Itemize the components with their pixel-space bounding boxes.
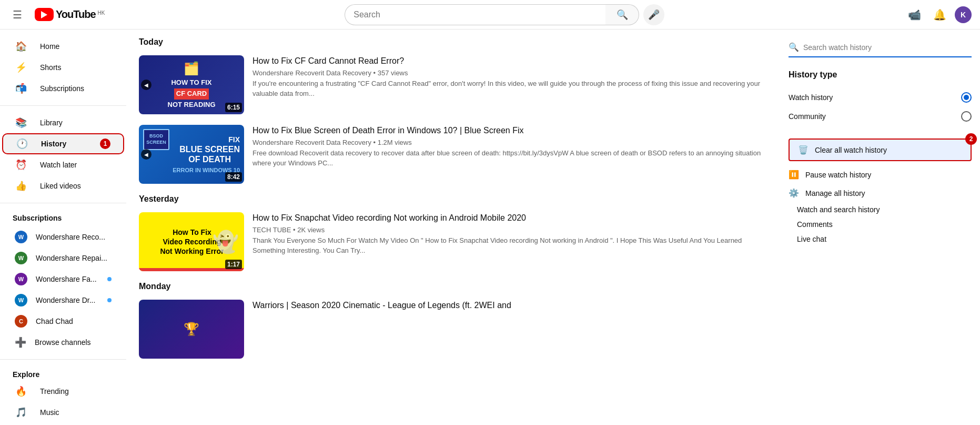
history-type-title: History type [789, 70, 972, 80]
sidebar-item-shorts[interactable]: ⚡ Shorts [2, 57, 124, 78]
video-duration: 8:42 [225, 172, 242, 182]
sidebar-item-label: Watch later [40, 161, 77, 169]
thumb-bg: 🏆 [139, 300, 244, 359]
video-channel: Wondershare Recoverit Data Recovery • 35… [252, 69, 767, 77]
pause-icon: ⏸️ [789, 170, 799, 180]
thumb-line2: CF CARD [174, 88, 209, 100]
subscription-wondershare-reco[interactable]: W Wondershare Reco... [2, 226, 124, 248]
day-label-yesterday: Yesterday [139, 194, 767, 204]
sub-avatar: W [15, 273, 27, 285]
sidebar-item-home[interactable]: 🏠 Home [2, 36, 124, 57]
sidebar-item-watch-later[interactable]: ⏰ Watch later [2, 154, 124, 175]
watch-later-icon: ⏰ [15, 159, 27, 171]
sidebar-item-library[interactable]: 📚 Library [2, 112, 124, 133]
thumb-icon: 🏆 [184, 321, 199, 337]
create-button[interactable]: 📹 [904, 4, 925, 25]
topbar: ☰ YouTubeHK 🔍 🎤 📹 🔔 K [0, 0, 980, 29]
topbar-center: 🔍 🎤 [315, 4, 694, 25]
view-count: 1.2M views [378, 139, 412, 146]
video-thumbnail[interactable]: FIX BLUE SCREENOF DEATH ERROR IN WINDOWS… [139, 125, 244, 184]
video-item-snapchat: How To Fix Video Recording Not Working E… [139, 212, 767, 271]
logo-text: YouTube [56, 8, 96, 21]
badge-2: 2 [965, 133, 977, 145]
sub-label: Wondershare Repai... [36, 254, 107, 262]
video-thumbnail[interactable]: 🗂️ HOW TO FIX CF CARD NOT READING 6:15 ◀ [139, 55, 244, 114]
video-duration: 6:15 [225, 103, 242, 112]
sidebar: 🏠 Home ⚡ Shorts 📬 Subscriptions 📚 Librar… [0, 29, 126, 396]
sidebar-item-liked-videos[interactable]: 👍 Liked videos [2, 175, 124, 196]
subscription-chad-chad[interactable]: C Chad Chad [2, 311, 124, 332]
hamburger-menu[interactable]: ☰ [8, 4, 26, 25]
radio-group: Watch history Community [789, 88, 972, 126]
subscription-wondershare-dr[interactable]: W Wondershare Dr... [2, 290, 124, 311]
view-count: 2K views [297, 226, 325, 234]
sub-avatar: W [15, 294, 27, 307]
video-item-warriors: 🏆 Warriors | Season 2020 Cinematic - Lea… [139, 300, 767, 359]
browse-channels-label: Browse channels [35, 338, 91, 347]
sidebar-item-label: Shorts [40, 63, 61, 72]
notifications-button[interactable]: 🔔 [930, 4, 951, 25]
manage-title: Manage all history [805, 189, 865, 197]
video-thumbnail[interactable]: 🏆 [139, 300, 244, 359]
sidebar-item-label: Trending [40, 387, 69, 396]
sidebar-item-label: History [41, 140, 66, 148]
video-description: If you're encountering a frustrating "CF… [252, 79, 767, 98]
view-count: 357 views [378, 69, 408, 77]
logo-region: HK [98, 10, 105, 16]
shorts-icon: ⚡ [15, 62, 27, 73]
sidebar-item-label: Library [40, 118, 63, 127]
topbar-left: ☰ YouTubeHK [8, 4, 105, 25]
sidebar-divider-3 [0, 359, 126, 360]
thumb-line1: FIX [228, 135, 240, 144]
sidebar-item-label: Home [40, 42, 59, 51]
sidebar-item-subscriptions[interactable]: 📬 Subscriptions [2, 78, 124, 99]
search-history-input[interactable] [803, 43, 972, 52]
mic-button[interactable]: 🎤 [643, 4, 664, 25]
day-label-today: Today [139, 37, 767, 47]
manage-all-history-button[interactable]: ⚙️ Manage all history [789, 184, 972, 202]
snapchat-ghost: 👻 [213, 228, 239, 255]
video-title[interactable]: How to Fix Blue Screen of Death Error in… [252, 125, 767, 136]
logo-icon [35, 8, 54, 21]
topbar-right: 📹 🔔 K [904, 4, 972, 25]
video-item-cf-card: 🗂️ HOW TO FIX CF CARD NOT READING 6:15 ◀… [139, 55, 767, 114]
thumb-arrow-left: ◀ [141, 149, 151, 160]
sidebar-item-trending[interactable]: 🔥 Trending [2, 381, 124, 396]
manage-comments[interactable]: Comments [789, 217, 972, 232]
sidebar-divider-2 [0, 203, 126, 203]
video-description: Thank You Everyone So Much For Watch My … [252, 236, 767, 255]
channel-name: Wondershare Recoverit Data Recovery [252, 139, 371, 146]
sub-avatar: C [15, 315, 27, 328]
trending-icon: 🔥 [15, 386, 27, 396]
video-title[interactable]: How to Fix Snapchat Video recording Not … [252, 212, 767, 224]
pause-watch-history-button[interactable]: ⏸️ Pause watch history [789, 165, 972, 184]
radio-watch-history[interactable]: Watch history [789, 88, 972, 107]
search-input[interactable] [345, 4, 605, 25]
video-title[interactable]: How to Fix CF Card Cannot Read Error? [252, 55, 767, 67]
subscription-wondershare-fa[interactable]: W Wondershare Fa... [2, 269, 124, 290]
clear-watch-history-button[interactable]: 🗑️ Clear all watch history 2 [789, 139, 972, 161]
search-button[interactable]: 🔍 [605, 4, 639, 25]
video-description: Free download Recoverit data recovery to… [252, 149, 767, 167]
sub-avatar: W [15, 252, 27, 264]
search-history-icon: 🔍 [789, 42, 799, 52]
manage-live-chat[interactable]: Live chat [789, 232, 972, 246]
manage-watch-search[interactable]: Watch and search history [789, 202, 972, 217]
sidebar-divider-1 [0, 105, 126, 106]
radio-community[interactable]: Community [789, 107, 972, 126]
avatar[interactable]: K [955, 6, 972, 23]
video-title[interactable]: Warriors | Season 2020 Cinematic - Leagu… [252, 300, 767, 311]
channel-name: Wondershare Recoverit Data Recovery [252, 69, 371, 77]
explore-title: Explore [0, 366, 126, 381]
liked-videos-icon: 👍 [15, 180, 27, 192]
video-info: Warriors | Season 2020 Cinematic - Leagu… [252, 300, 767, 359]
video-thumbnail[interactable]: How To Fix Video Recording Not Working E… [139, 212, 244, 271]
video-info: How to Fix Snapchat Video recording Not … [252, 212, 767, 271]
library-icon: 📚 [15, 117, 27, 129]
browse-channels[interactable]: ➕ Browse channels [2, 332, 124, 353]
subscription-wondershare-repai[interactable]: W Wondershare Repai... [2, 248, 124, 269]
youtube-logo[interactable]: YouTubeHK [35, 8, 105, 21]
sidebar-item-history[interactable]: 🕐 History 1 [2, 133, 124, 154]
subscriptions-icon: 📬 [15, 83, 27, 94]
gear-icon: ⚙️ [789, 188, 799, 198]
